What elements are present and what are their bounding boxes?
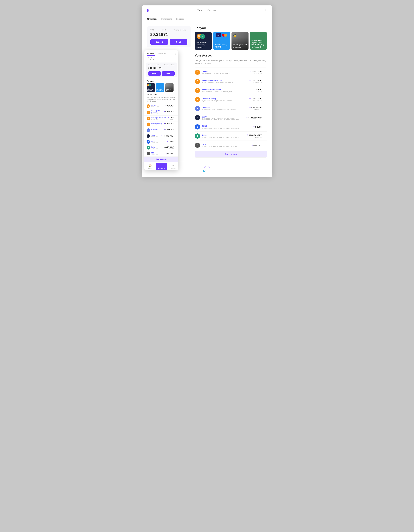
promo-card-visa-label: Buy bitcoin using VISA/MC [215,44,228,48]
mobile-refresh-btc-sms[interactable]: ↻ [164,111,165,112]
asset-menu-swap[interactable]: ⋮ [263,116,267,120]
refresh-icon-swap[interactable]: ↻ [246,117,247,119]
refresh-icon-btc-multi[interactable]: ↻ [249,98,251,100]
mobile-promo-dark[interactable]: B T Try BTC/USDT AtomicSwap exchange [147,83,155,92]
mobile-refresh-eurs[interactable]: ↻ [167,141,168,142]
lang-ru[interactable]: RU [208,166,210,168]
asset-amount-swap: ↻ 304.44522 SWAP [246,117,262,119]
asset-usd-usdt: 19.1 USD [247,136,262,138]
tab-my-wallets[interactable]: My wallets [147,16,157,22]
sun-icon[interactable]: ☀ [264,9,267,12]
mobile-nav-exchange[interactable]: ↻ Exchange [167,163,179,170]
nav-links: Wallet Exchange [198,9,216,11]
nav-wallet[interactable]: Wallet [198,9,203,11]
mobile-refresh-usdt[interactable]: ↻ [162,146,163,148]
mobile-asset-name-btc-pin[interactable]: Bitcoin (PIN-Protected) [151,117,168,119]
for-you-title: For you [195,26,267,30]
send-button[interactable]: Send [170,39,188,45]
promo-card-visa[interactable]: VISA Buy bitcoin using VISA/MC [213,32,230,50]
mc-card [222,33,227,37]
refresh-icon-orx[interactable]: ↻ [252,144,253,146]
mobile-asset-menu-usdt[interactable]: ⋮ [174,147,176,149]
asset-menu-usdt[interactable]: ⋮ [263,134,267,138]
refresh-icon-btc-pin[interactable]: ↻ [255,89,256,90]
mobile-deposit-button[interactable]: Deposit [148,71,161,76]
mobile-sun-icon[interactable]: ✦ [175,53,176,55]
mobile-asset-menu-btc[interactable]: ⋮ [174,105,176,107]
mobile-asset-name-orx[interactable]: ORX [151,152,166,154]
telegram-icon[interactable]: ✈ [209,170,211,173]
mobile-asset-menu-orx[interactable]: ⋮ [174,152,176,155]
mobile-asset-usd-btc-multi: 920.76 USD [164,124,174,126]
asset-name-btc-pin[interactable]: Bitcoin (PIN-Protected) [202,88,255,91]
asset-menu-btc[interactable]: ⋮ [263,70,267,74]
mobile-asset-addr-btc: 13bFRq··· oH15 [151,106,165,107]
mobile-asset-amount-usdt: ↻ 19.22176 USDT [162,146,174,148]
promo-card-story[interactable]: How we cut the expenses from $20k to $3k… [250,32,267,50]
tab-requests[interactable]: Requests [176,16,184,22]
mobile-asset-menu-eurs[interactable]: ⋮ [174,141,176,143]
mobile-promo-blue[interactable]: Buy bitcoin using VISA/MC [156,83,164,92]
asset-menu-btc-sms[interactable]: ⋮ [263,79,267,83]
asset-icon-btc: B [195,70,200,75]
refresh-icon-eth[interactable]: ↻ [249,107,251,109]
mobile-asset-name-btc-sms[interactable]: Bitcoin (SMS-Protected) [151,110,164,113]
asset-balance-orx: ↻ 5333 ORX [252,144,262,146]
mobile-refresh-swap[interactable]: ↻ [161,135,162,137]
mobile-asset-menu-btc-sms[interactable]: ⋮ [174,111,176,114]
asset-menu-btc-pin[interactable]: ⋮ [263,88,267,93]
tab-transactions[interactable]: Transactions [161,16,172,22]
mobile-asset-menu-eth[interactable]: ⋮ [174,129,176,131]
mobile-tab-wallets[interactable]: My wallets [147,52,155,56]
mobile-promo-photo[interactable]: Amount on multisig [165,83,174,92]
mobile-refresh-btc-pin[interactable]: ↻ [168,117,169,119]
asset-name-eth[interactable]: Ethereum [202,107,249,109]
asset-usd-btc-multi: 920.76 USD [249,100,262,102]
btc-symbol: ₿ [151,33,152,36]
refresh-icon-btc-sms[interactable]: ↻ [249,79,251,81]
mobile-refresh-btc-multi[interactable]: ↻ [164,123,165,124]
asset-name-usdt[interactable]: Tether [202,134,247,136]
asset-name-orx[interactable]: ORX [202,143,252,145]
asset-menu-btc-multi[interactable]: ⋮ [263,97,267,102]
mobile-refresh-eth[interactable]: ↻ [164,129,165,130]
mobile-asset-menu-btc-multi[interactable]: ⋮ [174,123,176,125]
refresh-icon-btc[interactable]: ↻ [250,70,252,72]
mobile-currency-label: USD [148,64,151,66]
add-currency-button[interactable]: Add currency [195,151,267,157]
asset-address-btc-sms: 3K4UjnZRBuHPyYVvQ4McRPofuXpmqrmZCx [202,82,249,83]
twitter-icon[interactable]: 🐦 [203,170,206,173]
asset-menu-eth[interactable]: ⋮ [263,107,267,111]
asset-name-btc[interactable]: Bitcoin [202,70,250,72]
mobile-asset-name-eth[interactable]: Ethereum [151,129,164,130]
nav-exchange[interactable]: Exchange [207,9,216,11]
promo-card-multisig[interactable]: 🔒 Store large amount on multisig [232,32,248,50]
lock-icons: 🔒 [233,34,236,37]
mobile-asset-name-btc[interactable]: Bitcoin [151,105,165,106]
asset-name-eurs[interactable]: EURS [202,125,254,127]
lang-en[interactable]: EN [204,166,206,168]
mobile-refresh-orx[interactable]: ↻ [166,153,167,154]
mobile-nav-wallet[interactable]: 🏠 Wallet [144,163,156,170]
mobile-asset-name-swap[interactable]: SWAP [151,135,161,136]
asset-menu-eurs[interactable]: ⋮ [263,125,267,129]
mobile-nav-transactions[interactable]: ⇄ Transactions [156,163,167,170]
mobile-asset-name-btc-multi[interactable]: Bitcoin (Multisig) [151,123,164,124]
refresh-icon-eurs[interactable]: ↻ [254,126,255,128]
mobile-asset-icon-btc-pin: B [147,117,150,120]
mobile-add-currency-button[interactable]: Add currency [144,157,179,162]
mobile-asset-name-eurs[interactable]: EURS [151,141,167,142]
mobile-send-button[interactable]: Send [162,71,175,76]
asset-menu-orx[interactable]: ⋮ [263,143,267,147]
asset-name-btc-multi[interactable]: Bitcoin (Multisig) [202,98,249,100]
mobile-tab-requests[interactable]: Requests [158,52,166,56]
mobile-asset-menu-btc-pin[interactable]: ⋮ [174,117,176,120]
mobile-asset-menu-swap[interactable]: ⋮ [174,135,176,137]
asset-name-swap[interactable]: SWAP [202,116,246,118]
promo-card-btcusdt[interactable]: B T Try BTC/USDT AtomicSwap exchange [195,32,212,50]
refresh-icon-usdt[interactable]: ↻ [247,134,248,136]
deposit-button[interactable]: Deposit [151,39,168,45]
mobile-asset-name-usdt[interactable]: Tether [151,146,162,148]
asset-name-btc-sms[interactable]: Bitcoin (SMS-Protected) [202,79,249,81]
mobile-refresh-btc[interactable]: ↻ [165,105,166,106]
